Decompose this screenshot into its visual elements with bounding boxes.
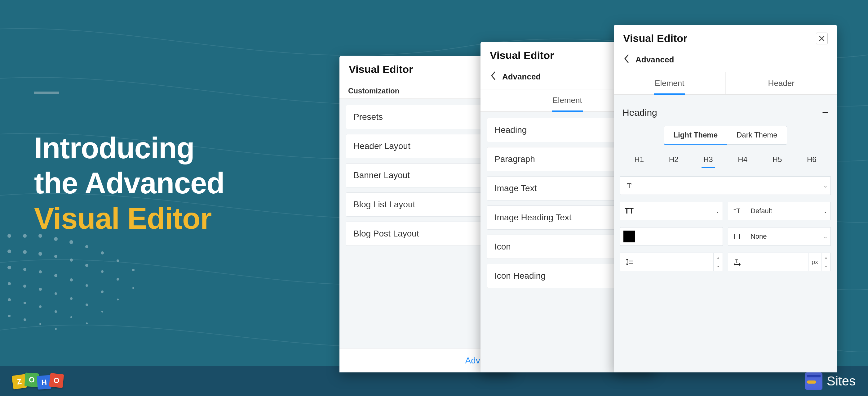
- breadcrumb-advanced: Advanced: [636, 55, 674, 64]
- panel-title: Visual Editor: [623, 32, 687, 45]
- theme-dark-button[interactable]: Dark Theme: [727, 126, 787, 145]
- line-height-icon: [620, 253, 638, 271]
- text-color-input[interactable]: [620, 227, 723, 246]
- zoho-logo: Z O H O: [12, 374, 62, 388]
- step-down-icon[interactable]: ▾: [714, 262, 723, 271]
- step-down-icon[interactable]: ▾: [822, 262, 831, 271]
- collapse-icon[interactable]: −: [822, 107, 828, 118]
- headline-line-2: the Advanced: [34, 165, 224, 200]
- sites-label: Sites: [827, 374, 856, 389]
- font-family-icon: T: [620, 177, 638, 195]
- sites-icon: [805, 372, 823, 390]
- theme-light-button[interactable]: Light Theme: [664, 126, 727, 145]
- h-level-h4[interactable]: H4: [736, 153, 749, 168]
- text-transform-value: None: [746, 232, 820, 241]
- panel-heading-settings: Visual Editor Advanced Element Header He…: [614, 25, 837, 372]
- panel-title: Visual Editor: [490, 49, 554, 61]
- back-icon[interactable]: [622, 53, 631, 66]
- tab-header[interactable]: Header: [725, 72, 837, 94]
- zoho-letter-o2: O: [49, 373, 64, 388]
- chevron-down-icon: ⌄: [712, 208, 723, 214]
- chevron-down-icon: ⌄: [820, 208, 831, 214]
- h-level-h1[interactable]: H1: [632, 153, 646, 168]
- close-button[interactable]: [816, 33, 828, 45]
- text-transform-select[interactable]: TT None ⌄: [728, 227, 831, 246]
- chevron-down-icon: ⌄: [820, 183, 831, 189]
- letter-spacing-unit: px: [808, 253, 821, 271]
- close-icon: [819, 36, 825, 41]
- letter-spacing-stepper[interactable]: ▴▾: [821, 253, 831, 271]
- line-height-stepper[interactable]: ▴▾: [713, 253, 723, 271]
- font-size-value: Default: [746, 207, 820, 215]
- breadcrumb-advanced: Advanced: [502, 72, 540, 82]
- step-up-icon[interactable]: ▴: [822, 253, 831, 262]
- letter-spacing-icon: T: [728, 253, 746, 271]
- font-weight-icon: TT: [620, 202, 638, 220]
- line-height-input[interactable]: ▴▾: [620, 253, 723, 271]
- font-size-select[interactable]: TT Default ⌄: [728, 202, 831, 220]
- panel-title: Visual Editor: [349, 63, 413, 76]
- svg-text:T: T: [735, 259, 738, 263]
- accordion-heading-label: Heading: [622, 107, 657, 118]
- back-icon[interactable]: [489, 70, 498, 83]
- step-up-icon[interactable]: ▴: [714, 253, 723, 262]
- h-level-h2[interactable]: H2: [667, 153, 680, 168]
- color-swatch: [623, 231, 635, 243]
- sites-logo: Sites: [805, 372, 856, 390]
- h-level-h5[interactable]: H5: [771, 153, 784, 168]
- chevron-down-icon: ⌄: [820, 234, 831, 239]
- font-family-select[interactable]: T ⌄: [620, 176, 831, 195]
- letter-spacing-input[interactable]: T px ▴▾: [728, 253, 831, 271]
- font-size-icon: TT: [728, 202, 746, 220]
- text-transform-icon: TT: [728, 227, 746, 246]
- h-level-h3[interactable]: H3: [702, 153, 715, 168]
- headline-dash: [34, 91, 59, 94]
- h-level-h6[interactable]: H6: [805, 153, 818, 168]
- tab-element[interactable]: Element: [614, 72, 725, 94]
- headline-line-1: Introducing: [34, 130, 224, 165]
- headline-line-3: Visual Editor: [34, 201, 224, 236]
- font-weight-select[interactable]: TT ⌄: [620, 202, 723, 220]
- headline: Introducing the Advanced Visual Editor: [34, 130, 224, 236]
